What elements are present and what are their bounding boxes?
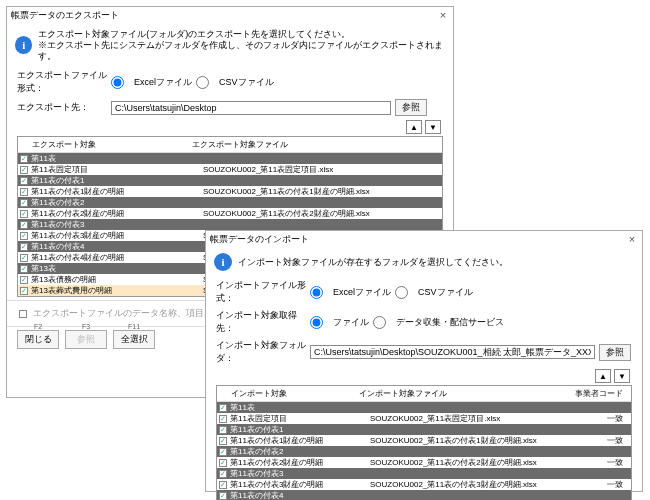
radio-csv-input[interactable] (395, 286, 408, 299)
titlebar: 帳票データのインポート × (206, 231, 642, 247)
cell-target: 第11表の付表3 (230, 468, 370, 479)
table-row[interactable]: ✓第11表の付表1財産の明細SOUZOKU002_第11表の付表1財産の明細.x… (18, 186, 442, 197)
checkbox[interactable]: ✓ (20, 221, 28, 229)
radio-service-input[interactable] (373, 316, 386, 329)
format-label: インポートファイル形式： (216, 279, 306, 305)
checkbox[interactable]: ✓ (20, 243, 28, 251)
radio-excel-input[interactable] (111, 76, 124, 89)
cell-file: SOUZOKU002_第11表の付表3財産の明細.xlsx (370, 479, 570, 490)
grid-header: インポート対象 インポート対象ファイル 事業者コード (217, 386, 631, 402)
cell-target: 第11表の付表4 (230, 490, 370, 500)
convert-checkbox[interactable] (19, 310, 27, 318)
table-row[interactable]: ✓第11表 (217, 402, 631, 413)
radio-excel-input[interactable] (310, 286, 323, 299)
source-row: インポート対象取得先： ファイル データ収集・配信サービス (206, 307, 642, 337)
close-icon[interactable]: × (437, 9, 449, 21)
table-row[interactable]: ✓第11表の付表1 (217, 424, 631, 435)
titlebar: 帳票データのエクスポート × (7, 7, 453, 23)
table-row[interactable]: ✓第11表の付表3財産の明細SOUZOKU002_第11表の付表3財産の明細.x… (217, 479, 631, 490)
up-arrow-icon[interactable]: ▲ (406, 120, 422, 134)
checkbox[interactable]: ✓ (20, 265, 28, 273)
checkbox[interactable]: ✓ (20, 155, 28, 163)
checkbox[interactable]: ✓ (20, 287, 28, 295)
checkbox[interactable]: ✓ (20, 177, 28, 185)
up-arrow-icon[interactable]: ▲ (595, 369, 611, 383)
cell-target: 第11表の付表2財産の明細 (230, 457, 370, 468)
table-row[interactable]: ✓第11表の付表1財産の明細SOUZOKU002_第11表の付表1財産の明細.x… (217, 435, 631, 446)
title: 帳票データのエクスポート (11, 9, 119, 22)
checkbox[interactable]: ✓ (20, 232, 28, 240)
checkbox[interactable]: ✓ (219, 481, 227, 489)
table-row[interactable]: ✓第11表の付表2財産の明細SOUZOKU002_第11表の付表2財産の明細.x… (18, 208, 442, 219)
radio-file-input[interactable] (310, 316, 323, 329)
table-row[interactable]: ✓第11表の付表3 (217, 468, 631, 479)
radio-csv-input[interactable] (196, 76, 209, 89)
checkbox[interactable]: ✓ (219, 448, 227, 456)
folder-label: インポート対象フォルダ： (216, 339, 306, 365)
col-target: インポート対象 (219, 388, 359, 399)
instructions: インポート対象ファイルが存在するフォルダを選択してください。 (238, 257, 508, 268)
select-all-button[interactable]: F11全選択 (113, 330, 155, 349)
table-row[interactable]: ✓第11表の付表4 (217, 490, 631, 500)
cell-file: SOUZOKU002_第11表固定項目.xlsx (203, 164, 403, 175)
checkbox[interactable]: ✓ (20, 210, 28, 218)
instr-line1: エクスポート対象ファイル(フォルダ)のエクスポート先を選択してください。 (38, 29, 445, 40)
down-arrow-icon[interactable]: ▼ (425, 120, 441, 134)
cell-target: 第13表 (31, 263, 203, 274)
folder-input[interactable] (310, 345, 595, 359)
dest-label: エクスポート先： (17, 101, 107, 114)
down-arrow-icon[interactable]: ▼ (614, 369, 630, 383)
checkbox[interactable]: ✓ (219, 492, 227, 500)
cell-target: 第11表の付表2 (230, 446, 370, 457)
checkbox[interactable]: ✓ (20, 254, 28, 262)
checkbox[interactable]: ✓ (20, 188, 28, 196)
cell-target: 第11表の付表1財産の明細 (230, 435, 370, 446)
header: i エクスポート対象ファイル(フォルダ)のエクスポート先を選択してください。 ※… (7, 23, 453, 67)
info-icon: i (214, 253, 232, 271)
arrow-controls: ▲ ▼ (7, 118, 453, 136)
table-row[interactable]: ✓第11表固定項目SOUZOKU002_第11表固定項目.xlsx (18, 164, 442, 175)
checkbox[interactable]: ✓ (20, 276, 28, 284)
dest-input[interactable] (111, 101, 391, 115)
checkbox[interactable]: ✓ (219, 415, 227, 423)
checkbox[interactable]: ✓ (219, 426, 227, 434)
cell-file: SOUZOKU002_第11表の付表2財産の明細.xlsx (370, 457, 570, 468)
checkbox[interactable]: ✓ (20, 166, 28, 174)
table-row[interactable]: ✓第11表 (18, 153, 442, 164)
col-file: インポート対象ファイル (359, 388, 559, 399)
browse-button[interactable]: 参照 (395, 99, 427, 116)
cell-target: 第11表 (31, 153, 203, 164)
table-row[interactable]: ✓第11表の付表2財産の明細SOUZOKU002_第11表の付表2財産の明細.x… (217, 457, 631, 468)
table-row[interactable]: ✓第11表の付表3 (18, 219, 442, 230)
radio-csv[interactable]: CSVファイル (196, 76, 274, 89)
cell-file: SOUZOKU002_第11表の付表1財産の明細.xlsx (370, 435, 570, 446)
checkbox[interactable]: ✓ (219, 470, 227, 478)
table-row[interactable]: ✓第11表の付表2 (18, 197, 442, 208)
browse-button[interactable]: 参照 (599, 344, 631, 361)
radio-service[interactable]: データ収集・配信サービス (373, 316, 504, 329)
folder-row: インポート対象フォルダ： 参照 (206, 337, 642, 367)
radio-csv[interactable]: CSVファイル (395, 286, 473, 299)
cell-target: 第11表の付表3財産の明細 (31, 230, 203, 241)
close-button[interactable]: F2閉じる (17, 330, 59, 349)
table-row[interactable]: ✓第11表の付表1 (18, 175, 442, 186)
checkbox[interactable]: ✓ (219, 459, 227, 467)
instr-line2: ※エクスポート先にシステムがフォルダを作成し、そのフォルダ内にファイルがエクスポ… (38, 40, 445, 62)
format-label: エクスポートファイル形式： (17, 69, 107, 95)
checkbox[interactable]: ✓ (219, 437, 227, 445)
radio-file[interactable]: ファイル (310, 316, 369, 329)
cell-file: SOUZOKU002_第11表固定項目.xlsx (370, 413, 570, 424)
cell-target: 第13表債務の明細 (31, 274, 203, 285)
close-icon[interactable]: × (626, 233, 638, 245)
table-row[interactable]: ✓第11表の付表2 (217, 446, 631, 457)
checkbox[interactable]: ✓ (20, 199, 28, 207)
cell-target: 第11表の付表2財産の明細 (31, 208, 203, 219)
table-row[interactable]: ✓第11表固定項目SOUZOKU002_第11表固定項目.xlsx一致 (217, 413, 631, 424)
dest-row: エクスポート先： 参照 (7, 97, 453, 118)
cell-code: 一致 (570, 435, 629, 446)
col-target: エクスポート対象 (20, 139, 192, 150)
radio-excel[interactable]: Excelファイル (111, 76, 192, 89)
checkbox[interactable]: ✓ (219, 404, 227, 412)
radio-excel[interactable]: Excelファイル (310, 286, 391, 299)
cell-target: 第13表葬式費用の明細 (31, 285, 203, 296)
